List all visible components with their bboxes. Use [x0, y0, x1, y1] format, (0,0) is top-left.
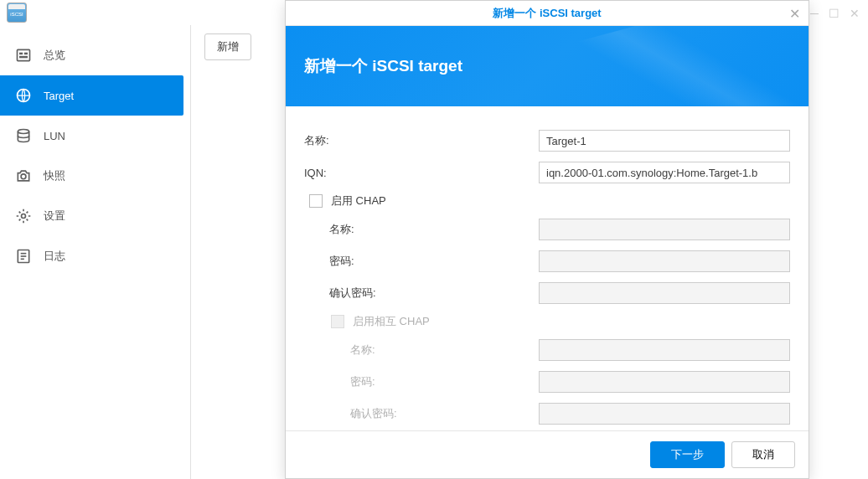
- svg-rect-1: [19, 53, 23, 54]
- modal-body: 名称: IQN: 启用 CHAP 名称: 密码: 确认密码:: [286, 106, 809, 430]
- svg-point-7: [22, 214, 26, 219]
- minimize-icon[interactable]: ─: [810, 7, 819, 20]
- mutual-name-input: [539, 339, 790, 361]
- chap-confirm-input: [539, 282, 790, 304]
- mutual-confirm-label: 确认密码:: [304, 406, 539, 421]
- chap-password-label: 密码:: [304, 254, 539, 269]
- camera-icon: [15, 167, 32, 184]
- maximize-icon[interactable]: ☐: [829, 7, 840, 20]
- overview-icon: [15, 47, 32, 64]
- sidebar-item-snapshot[interactable]: 快照: [0, 156, 183, 196]
- sidebar-item-label: 总览: [44, 48, 65, 63]
- log-icon: [15, 248, 32, 265]
- mutual-name-label: 名称:: [304, 343, 539, 358]
- sidebar-item-label: Target: [44, 90, 74, 102]
- modal-header-title: 新增一个 iSCSI target: [304, 55, 462, 77]
- enable-mutual-chap-checkbox: [331, 315, 344, 328]
- next-button[interactable]: 下一步: [650, 441, 725, 468]
- enable-chap-label: 启用 CHAP: [331, 193, 386, 209]
- sidebar-item-label: 日志: [44, 249, 65, 264]
- gear-icon: [15, 208, 32, 224]
- svg-rect-3: [19, 56, 28, 59]
- sidebar-item-lun[interactable]: LUN: [0, 116, 183, 156]
- name-label: 名称:: [304, 133, 539, 148]
- modal-header: 新增一个 iSCSI target: [286, 26, 809, 106]
- iqn-label: IQN:: [304, 167, 539, 179]
- svg-point-5: [18, 130, 28, 134]
- sidebar-item-settings[interactable]: 设置: [0, 196, 183, 236]
- disk-icon: [15, 127, 32, 144]
- mutual-confirm-input: [539, 403, 790, 425]
- chap-name-label: 名称:: [304, 222, 539, 237]
- sidebar-item-overview[interactable]: 总览: [0, 35, 183, 75]
- svg-rect-2: [24, 53, 28, 54]
- modal-dialog: 新增一个 iSCSI target ✕ 新增一个 iSCSI target 名称…: [285, 0, 809, 479]
- sidebar-item-label: 快照: [44, 168, 65, 183]
- sidebar-item-label: LUN: [44, 130, 65, 142]
- chap-confirm-label: 确认密码:: [304, 286, 539, 301]
- chap-password-input: [539, 250, 790, 272]
- chap-name-input: [539, 219, 790, 240]
- modal-footer: 下一步 取消: [286, 430, 809, 478]
- sidebar-item-label: 设置: [44, 209, 65, 224]
- name-input[interactable]: [539, 130, 790, 152]
- mutual-password-input: [539, 371, 790, 393]
- mutual-password-label: 密码:: [304, 374, 539, 389]
- window-controls: ─ ☐ ✕: [810, 7, 860, 20]
- app-icon: [7, 3, 27, 23]
- svg-rect-0: [18, 49, 30, 60]
- sidebar-item-log[interactable]: 日志: [0, 236, 183, 276]
- globe-icon: [15, 87, 32, 104]
- close-window-icon[interactable]: ✕: [850, 7, 860, 20]
- sidebar: 总览 Target LUN 快照 设置: [0, 25, 191, 479]
- modal-titlebar: 新增一个 iSCSI target ✕: [286, 1, 809, 26]
- svg-point-6: [21, 174, 26, 179]
- enable-mutual-chap-label: 启用相互 CHAP: [353, 314, 430, 329]
- cancel-button[interactable]: 取消: [731, 441, 795, 468]
- sidebar-item-target[interactable]: Target: [0, 75, 183, 116]
- iqn-input[interactable]: [539, 162, 790, 183]
- close-icon[interactable]: ✕: [787, 6, 802, 21]
- modal-title: 新增一个 iSCSI target: [493, 6, 601, 21]
- add-button[interactable]: 新增: [204, 33, 251, 60]
- enable-chap-checkbox[interactable]: [309, 194, 323, 208]
